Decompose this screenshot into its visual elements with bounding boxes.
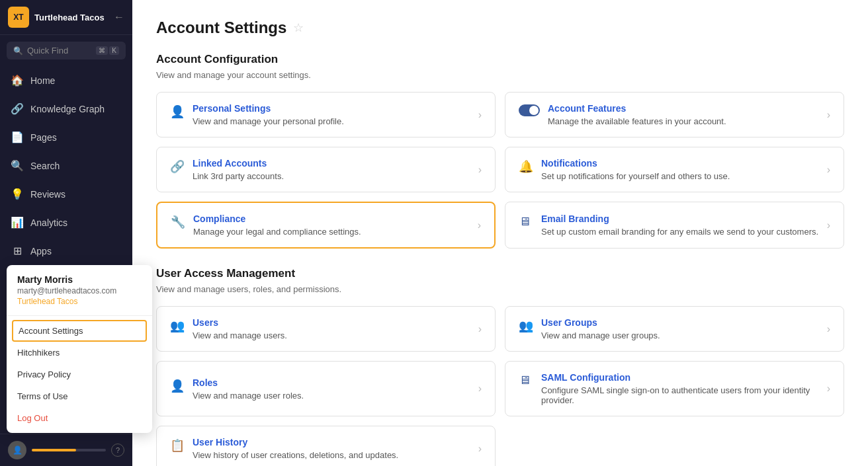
sidebar-item-label: Apps bbox=[30, 246, 52, 256]
user-popup-email: marty@turtleheadtacos.com bbox=[17, 286, 142, 295]
chevron-right-icon: › bbox=[827, 219, 830, 231]
search-nav-icon: 🔍 bbox=[11, 159, 24, 172]
account-config-section: Account Configuration View and manage yo… bbox=[156, 53, 844, 249]
section-subtitle-user-access: View and manage users, roles, and permis… bbox=[156, 284, 844, 294]
card-desc: View and manage user groups. bbox=[541, 330, 827, 340]
card-desc: Configure SAML single sign-on to authent… bbox=[541, 385, 827, 405]
user-popup: Marty Morris marty@turtleheadtacos.com T… bbox=[7, 265, 152, 433]
page-title: Account Settings bbox=[156, 19, 286, 37]
card-desc: Set up notifications for yourself and ot… bbox=[541, 171, 827, 181]
sidebar-bottom: 👤 ? bbox=[0, 434, 132, 466]
section-title-user-access: User Access Management bbox=[156, 267, 844, 280]
roles-icon: 👤 bbox=[170, 379, 185, 393]
linked-accounts-icon: 🔗 bbox=[170, 159, 185, 174]
card-saml-config[interactable]: 🖥 SAML Configuration Configure SAML sing… bbox=[505, 361, 844, 416]
reviews-icon: 💡 bbox=[11, 188, 24, 200]
progress-bar[interactable] bbox=[32, 449, 106, 451]
card-title: Email Branding bbox=[541, 214, 827, 224]
brand-name: Turtlehead Tacos bbox=[34, 13, 105, 22]
help-icon[interactable]: ? bbox=[111, 444, 124, 457]
sidebar-item-label: Home bbox=[30, 75, 55, 86]
star-icon[interactable]: ☆ bbox=[293, 20, 304, 35]
notifications-icon: 🔔 bbox=[519, 159, 533, 174]
sidebar-item-knowledge-graph[interactable]: 🔗 Knowledge Graph bbox=[0, 95, 132, 123]
knowledge-graph-icon: 🔗 bbox=[11, 102, 24, 115]
card-desc: Manage your legal and compliance setting… bbox=[193, 227, 478, 237]
sidebar-item-label: Analytics bbox=[30, 217, 67, 228]
sidebar-item-analytics[interactable]: 📊 Analytics bbox=[0, 208, 132, 237]
card-title: Account Features bbox=[548, 103, 827, 114]
card-title: SAML Configuration bbox=[541, 372, 827, 383]
sidebar-item-label: Search bbox=[30, 161, 60, 171]
user-popup-org: Turtlehead Tacos bbox=[17, 297, 142, 306]
chevron-right-icon: › bbox=[827, 164, 830, 176]
personal-settings-icon: 👤 bbox=[170, 104, 185, 119]
sidebar-item-reviews[interactable]: 💡 Reviews bbox=[0, 180, 132, 208]
chevron-right-icon: › bbox=[478, 219, 481, 231]
chevron-right-icon: › bbox=[478, 323, 482, 335]
section-title-account-config: Account Configuration bbox=[156, 53, 844, 66]
sidebar-item-home[interactable]: 🏠 Home bbox=[0, 66, 132, 95]
popup-privacy-policy[interactable]: Privacy Policy bbox=[7, 364, 152, 385]
user-history-icon: 📋 bbox=[170, 438, 185, 453]
chevron-right-icon: › bbox=[827, 383, 830, 395]
saml-icon: 🖥 bbox=[519, 373, 533, 387]
user-access-section: User Access Management View and manage u… bbox=[156, 267, 844, 466]
page-header: Account Settings ☆ bbox=[156, 19, 844, 37]
card-users[interactable]: 👥 Users View and manage users. › bbox=[156, 306, 496, 352]
email-branding-icon: 🖥 bbox=[519, 215, 533, 229]
section-subtitle-account-config: View and manage your account settings. bbox=[156, 70, 844, 80]
sidebar-item-apps[interactable]: ⊞ Apps bbox=[0, 237, 132, 265]
progress-bar-fill bbox=[32, 449, 76, 451]
card-desc: Manage the available features in your ac… bbox=[548, 116, 827, 126]
card-notifications[interactable]: 🔔 Notifications Set up notifications for… bbox=[505, 147, 844, 192]
user-popup-name: Marty Morris bbox=[17, 274, 142, 285]
card-title: Users bbox=[193, 317, 478, 328]
card-desc: View and manage user roles. bbox=[193, 391, 478, 401]
compliance-icon: 🔧 bbox=[171, 215, 185, 229]
chevron-right-icon: › bbox=[478, 443, 482, 455]
sidebar-item-label: Reviews bbox=[30, 189, 65, 200]
brand-logo[interactable]: XT Turtlehead Tacos bbox=[8, 7, 105, 28]
home-icon: 🏠 bbox=[11, 74, 24, 87]
chevron-right-icon: › bbox=[478, 164, 482, 176]
user-groups-icon: 👥 bbox=[519, 319, 533, 333]
card-user-groups[interactable]: 👥 User Groups View and manage user group… bbox=[505, 306, 844, 352]
chevron-right-icon: › bbox=[827, 109, 830, 121]
popup-hitchhikers[interactable]: Hitchhikers bbox=[7, 342, 152, 364]
card-title: Linked Accounts bbox=[193, 158, 478, 169]
card-desc: View and manage users. bbox=[193, 330, 478, 340]
card-personal-settings[interactable]: 👤 Personal Settings View and manage your… bbox=[156, 92, 496, 137]
sidebar-item-label: Knowledge Graph bbox=[30, 104, 105, 114]
cmd-key: ⌘ bbox=[96, 46, 108, 55]
search-icon: 🔍 bbox=[13, 46, 23, 56]
card-title: Compliance bbox=[193, 214, 478, 224]
popup-account-settings[interactable]: Account Settings bbox=[12, 320, 147, 342]
popup-logout[interactable]: Log Out bbox=[7, 407, 152, 429]
sidebar-header: XT Turtlehead Tacos ← bbox=[0, 0, 132, 35]
k-key: K bbox=[109, 46, 119, 55]
search-shortcut: ⌘ K bbox=[96, 46, 119, 55]
chevron-right-icon: › bbox=[478, 109, 482, 121]
quick-find-bar[interactable]: 🔍 Quick Find ⌘ K bbox=[7, 42, 126, 59]
popup-terms[interactable]: Terms of Use bbox=[7, 385, 152, 407]
card-user-history[interactable]: 📋 User History View history of user crea… bbox=[156, 426, 496, 466]
toggle-pill bbox=[519, 104, 540, 116]
pages-icon: 📄 bbox=[11, 131, 24, 143]
card-email-branding[interactable]: 🖥 Email Branding Set up custom email bra… bbox=[505, 202, 844, 249]
card-linked-accounts[interactable]: 🔗 Linked Accounts Link 3rd party account… bbox=[156, 147, 496, 192]
logo-icon: XT bbox=[8, 7, 29, 28]
card-account-features[interactable]: Account Features Manage the available fe… bbox=[505, 92, 844, 137]
card-compliance[interactable]: 🔧 Compliance Manage your legal and compl… bbox=[156, 202, 496, 249]
card-title: Roles bbox=[193, 377, 478, 388]
sidebar-item-pages[interactable]: 📄 Pages bbox=[0, 123, 132, 151]
sidebar-item-search[interactable]: 🔍 Search bbox=[0, 151, 132, 180]
card-title: User History bbox=[193, 437, 478, 447]
card-title: Notifications bbox=[541, 158, 827, 169]
main-content: Account Settings ☆ Account Configuration… bbox=[132, 0, 868, 466]
card-roles[interactable]: 👤 Roles View and manage user roles. › bbox=[156, 361, 496, 416]
back-arrow-icon[interactable]: ← bbox=[114, 11, 124, 23]
user-popup-menu: Account Settings Hitchhikers Privacy Pol… bbox=[7, 316, 152, 433]
user-avatar[interactable]: 👤 bbox=[8, 441, 26, 459]
card-desc: Link 3rd party accounts. bbox=[193, 171, 478, 181]
